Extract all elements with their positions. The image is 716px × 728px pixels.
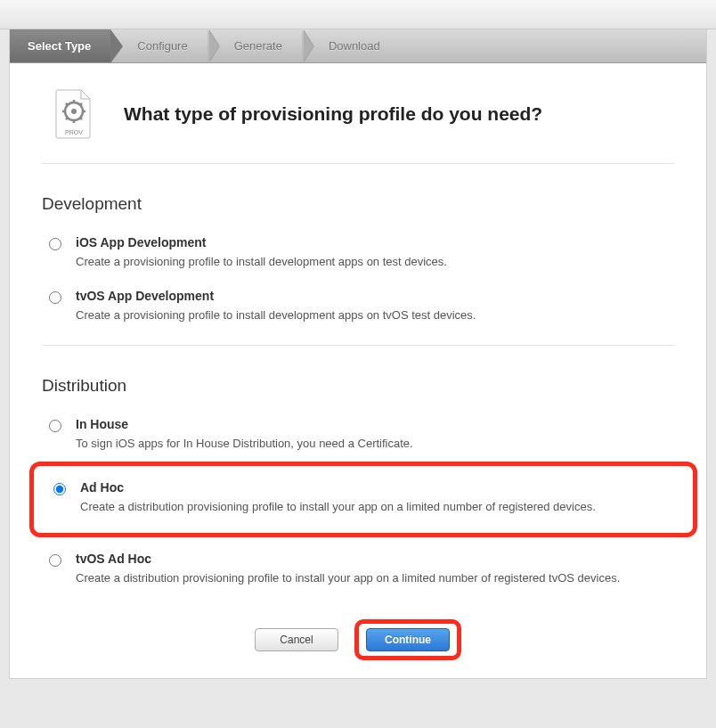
option-tvos-ad-hoc[interactable]: tvOS Ad Hoc Create a distribution provis… <box>10 543 706 596</box>
annotation-highlight-adhoc: Ad Hoc Create a distribution provisionin… <box>29 462 697 538</box>
svg-line-8 <box>80 103 82 105</box>
provisioning-profile-icon: PROV <box>54 88 94 140</box>
radio-tvos-app-development[interactable] <box>49 291 61 304</box>
option-title: tvOS Ad Hoc <box>76 552 674 566</box>
option-body: In House To sign iOS apps for In House D… <box>76 417 674 453</box>
option-title: tvOS App Development <box>76 289 674 303</box>
option-description: Create a distribution provisioning profi… <box>76 569 674 587</box>
breadcrumb-step-download[interactable]: Download <box>302 29 400 62</box>
option-description: Create a distribution provisioning profi… <box>80 498 680 516</box>
option-tvos-app-development[interactable]: tvOS App Development Create a provisioni… <box>10 280 706 333</box>
radio-in-house[interactable] <box>49 420 61 432</box>
option-body: tvOS App Development Create a provisioni… <box>76 289 674 324</box>
breadcrumb-step-generate[interactable]: Generate <box>207 29 302 62</box>
option-title: Ad Hoc <box>80 480 680 495</box>
page-title: What type of provisioning profile do you… <box>124 103 542 125</box>
option-body: Ad Hoc Create a distribution provisionin… <box>80 480 680 516</box>
radio-ad-hoc[interactable] <box>53 483 66 495</box>
section-heading-distribution: Distribution <box>10 346 706 408</box>
radio-tvos-ad-hoc[interactable] <box>49 554 61 567</box>
svg-line-6 <box>80 118 82 119</box>
window-toolbar <box>0 0 716 29</box>
footer-actions: Cancel Continue <box>10 596 706 678</box>
main-panel: Select Type Configure Generate Download … <box>9 29 707 679</box>
option-title: In House <box>76 417 674 431</box>
option-description: Create a provisioning profile to install… <box>76 307 674 324</box>
radio-ios-app-development[interactable] <box>49 238 61 250</box>
option-description: Create a provisioning profile to install… <box>76 253 674 271</box>
breadcrumb-step-configure[interactable]: Configure <box>110 29 207 62</box>
option-ios-app-development[interactable]: iOS App Development Create a provisionin… <box>10 226 706 280</box>
svg-text:PROV: PROV <box>65 129 83 135</box>
option-body: iOS App Development Create a provisionin… <box>76 235 674 271</box>
option-in-house[interactable]: In House To sign iOS apps for In House D… <box>10 408 706 462</box>
section-heading-development: Development <box>10 164 706 226</box>
cancel-button[interactable]: Cancel <box>255 628 338 651</box>
page-header: PROV What type of provisioning profile d… <box>10 63 706 163</box>
breadcrumb: Select Type Configure Generate Download <box>10 29 706 63</box>
annotation-highlight-continue: Continue <box>354 619 461 660</box>
breadcrumb-step-select-type[interactable]: Select Type <box>10 29 110 62</box>
continue-button[interactable]: Continue <box>366 628 450 651</box>
option-description: To sign iOS apps for In House Distributi… <box>76 435 674 453</box>
svg-point-9 <box>71 109 77 114</box>
option-body: tvOS Ad Hoc Create a distribution provis… <box>76 552 674 587</box>
svg-line-7 <box>66 118 68 119</box>
option-title: iOS App Development <box>76 235 674 249</box>
option-ad-hoc[interactable]: Ad Hoc Create a distribution provisionin… <box>39 471 680 525</box>
svg-line-5 <box>66 103 68 105</box>
